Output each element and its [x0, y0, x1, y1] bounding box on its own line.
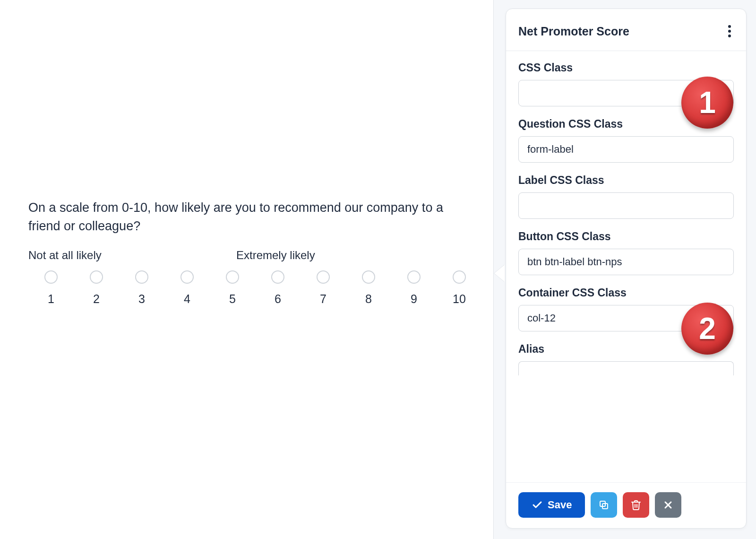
- radio-icon[interactable]: [180, 270, 194, 284]
- alias-input[interactable]: [518, 361, 734, 375]
- check-icon: [532, 499, 543, 511]
- radio-icon[interactable]: [135, 270, 148, 284]
- nps-option[interactable]: 10: [437, 270, 482, 306]
- nps-option[interactable]: 6: [255, 270, 301, 306]
- save-button-label: Save: [548, 499, 572, 511]
- panel-title: Net Promoter Score: [518, 25, 629, 38]
- label-css-input[interactable]: [518, 192, 734, 219]
- kebab-dot-icon: [728, 30, 731, 33]
- nps-option-number: 9: [411, 292, 417, 306]
- radio-icon[interactable]: [453, 270, 466, 284]
- annotation-marker-2: 2: [681, 303, 733, 355]
- form-preview-canvas: On a scale from 0-10, how likely are you…: [0, 0, 494, 539]
- nps-option[interactable]: 4: [164, 270, 210, 306]
- nps-option-number: 1: [48, 292, 54, 306]
- nps-option[interactable]: 3: [119, 270, 164, 306]
- field-label: CSS Class: [518, 61, 734, 74]
- nps-option-number: 4: [184, 292, 190, 306]
- question-css-input[interactable]: [518, 136, 734, 163]
- nps-option-number: 2: [93, 292, 100, 306]
- radio-icon[interactable]: [362, 270, 375, 284]
- trash-icon: [630, 499, 642, 511]
- nps-option[interactable]: 7: [301, 270, 346, 306]
- kebab-dot-icon: [728, 35, 731, 37]
- close-icon: [662, 499, 674, 511]
- copy-icon: [598, 499, 610, 511]
- radio-icon[interactable]: [407, 270, 421, 284]
- radio-icon[interactable]: [226, 270, 239, 284]
- radio-icon[interactable]: [44, 270, 58, 284]
- field-label: Container CSS Class: [518, 287, 734, 299]
- copy-button[interactable]: [591, 492, 617, 518]
- nps-option-number: 6: [275, 292, 281, 306]
- radio-icon[interactable]: [317, 270, 330, 284]
- nps-option[interactable]: 1: [28, 270, 74, 306]
- nps-option-number: 5: [229, 292, 236, 306]
- nps-option-number: 10: [453, 292, 466, 306]
- nps-label-low: Not at all likely: [28, 249, 236, 262]
- save-button[interactable]: Save: [518, 492, 585, 518]
- nps-option-number: 3: [138, 292, 145, 306]
- nps-option[interactable]: 9: [391, 270, 437, 306]
- button-css-input[interactable]: [518, 249, 734, 275]
- nps-option[interactable]: 8: [346, 270, 391, 306]
- kebab-dot-icon: [728, 25, 731, 28]
- radio-icon[interactable]: [90, 270, 103, 284]
- field-label: Button CSS Class: [518, 230, 734, 243]
- callout-arrow-icon: [494, 265, 505, 282]
- radio-icon[interactable]: [271, 270, 284, 284]
- panel-footer: Save: [506, 482, 746, 528]
- nps-question-text: On a scale from 0-10, how likely are you…: [28, 199, 465, 235]
- nps-scale-labels: Not at all likely Extremely likely: [28, 249, 465, 262]
- nps-option-number: 8: [365, 292, 372, 306]
- field-label-css: Label CSS Class: [518, 174, 734, 219]
- panel-header: Net Promoter Score: [506, 9, 746, 51]
- close-button[interactable]: [655, 492, 681, 518]
- field-label: Label CSS Class: [518, 174, 734, 187]
- nps-option[interactable]: 2: [74, 270, 119, 306]
- field-button-css: Button CSS Class: [518, 230, 734, 275]
- nps-label-high: Extremely likely: [236, 249, 315, 262]
- nps-options-row: 1 2 3 4 5 6 7 8 9 10: [28, 270, 482, 306]
- annotation-marker-1: 1: [681, 77, 733, 129]
- more-options-button[interactable]: [725, 22, 734, 40]
- nps-option[interactable]: 5: [210, 270, 255, 306]
- nps-option-number: 7: [320, 292, 326, 306]
- delete-button[interactable]: [623, 492, 649, 518]
